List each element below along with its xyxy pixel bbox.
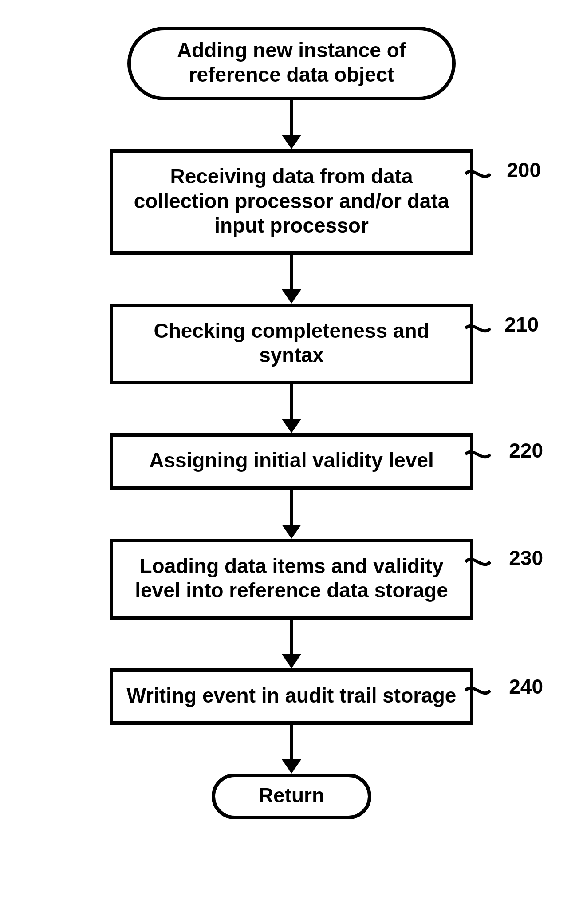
ref-label: 240	[509, 675, 543, 699]
step-text: Assigning initial validity level	[149, 449, 434, 472]
ref-connector	[465, 315, 491, 342]
end-terminator: Return	[212, 774, 371, 819]
arrow	[0, 620, 583, 668]
arrow	[0, 100, 583, 149]
ref-connector	[465, 549, 491, 575]
ref-connector	[465, 677, 491, 704]
process-step-230: Loading data items and validity level in…	[110, 539, 473, 620]
process-step-200: Receiving data from data collection proc…	[110, 149, 473, 255]
step-text: Checking completeness and syntax	[154, 319, 429, 367]
flowchart: Adding new instance of reference data ob…	[0, 27, 583, 819]
start-text: Adding new instance of reference data ob…	[177, 39, 406, 86]
ref-connector	[465, 441, 491, 468]
ref-label: 200	[507, 158, 541, 182]
arrow	[0, 255, 583, 304]
ref-label: 220	[509, 438, 543, 463]
process-step-210: Checking completeness and syntax 210	[110, 304, 473, 384]
ref-label: 210	[504, 312, 539, 337]
ref-label: 230	[509, 546, 543, 570]
ref-connector	[465, 161, 491, 187]
step-text: Writing event in audit trail storage	[127, 684, 457, 707]
arrow	[0, 384, 583, 433]
step-text: Receiving data from data collection proc…	[134, 165, 449, 237]
arrow	[0, 490, 583, 539]
arrow	[0, 725, 583, 774]
end-text: Return	[259, 784, 324, 807]
process-step-240: Writing event in audit trail storage 240	[110, 668, 473, 725]
process-step-220: Assigning initial validity level 220	[110, 433, 473, 490]
start-terminator: Adding new instance of reference data ob…	[127, 27, 456, 100]
step-text: Loading data items and validity level in…	[135, 554, 448, 602]
